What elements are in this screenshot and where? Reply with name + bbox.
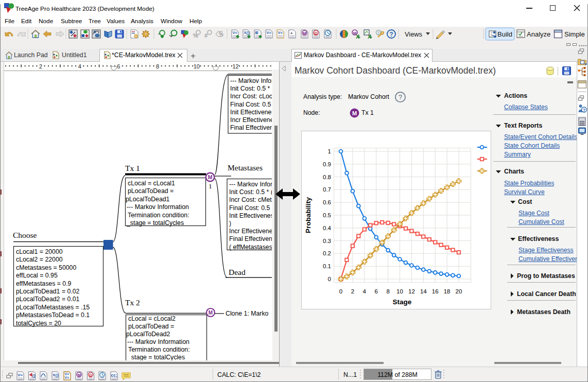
svg-text:0.5: 0.5: [323, 212, 331, 218]
svg-text:Final Effectiven: Final Effectiven: [230, 124, 272, 131]
svg-text:Views: Views: [405, 30, 422, 38]
svg-text:--- Markov Information: --- Markov Information: [127, 338, 189, 345]
svg-text:12: 12: [408, 288, 415, 294]
svg-text:0.2: 0.2: [323, 250, 331, 256]
svg-text:2: 2: [39, 63, 42, 70]
svg-text:M: M: [303, 31, 306, 36]
svg-text:?: ?: [583, 108, 586, 113]
svg-text:V=: V=: [267, 30, 272, 35]
svg-text:V=: V=: [278, 30, 283, 35]
svg-text:D: D: [89, 373, 92, 377]
svg-text:18: 18: [444, 288, 451, 294]
svg-text:Stage: Stage: [393, 298, 412, 306]
svg-text:Clone 1: Marko: Clone 1: Marko: [226, 310, 269, 317]
svg-text:V=: V=: [233, 30, 238, 35]
svg-text:pLocalToDead2: pLocalToDead2: [126, 331, 170, 338]
svg-text:%: %: [193, 32, 198, 39]
svg-text:?: ?: [377, 30, 380, 35]
svg-text:0.1: 0.1: [323, 263, 331, 269]
svg-text:pLocalToMetastases = .15: pLocalToMetastases = .15: [16, 304, 90, 311]
svg-text:--- Markov Information: --- Markov Information: [127, 203, 189, 211]
svg-text:Incr Cost: cMeta: Incr Cost: cMeta: [229, 196, 272, 203]
svg-text:?: ?: [389, 31, 393, 38]
svg-text:Final Cost: 0.5: Final Cost: 0.5: [229, 204, 270, 212]
svg-text:D: D: [315, 31, 318, 36]
svg-text:pLocalToDead1: pLocalToDead1: [126, 196, 170, 203]
svg-text:Init Cost: 0.5 * (: Init Cost: 0.5 * (: [229, 188, 272, 196]
svg-text:Final Cost: 0.5: Final Cost: 0.5: [230, 101, 271, 108]
svg-text:0.3: 0.3: [323, 238, 331, 244]
svg-text:Probability: Probability: [304, 197, 312, 233]
svg-text:X{}: X{}: [53, 373, 59, 377]
svg-text:4: 4: [78, 63, 81, 70]
svg-text:M: M: [352, 110, 357, 116]
svg-text:14: 14: [420, 288, 427, 294]
svg-text:cMetastases = 50000: cMetastases = 50000: [16, 264, 76, 271]
svg-text:--- Markov Inform: --- Markov Inform: [230, 77, 272, 84]
svg-text:( effMetastases: ( effMetastases: [229, 244, 272, 251]
svg-text:20: 20: [456, 288, 462, 294]
svg-text:M: M: [77, 373, 80, 377]
svg-text:_stage = totalCycles: _stage = totalCycles: [127, 354, 185, 360]
svg-text:cLocal = cLocal2: cLocal = cLocal2: [128, 315, 176, 322]
svg-text:⊞: ⊞: [255, 30, 258, 35]
svg-text:Incr Cost: cLoca: Incr Cost: cLoca: [230, 93, 272, 100]
svg-text:V=: V=: [18, 373, 23, 377]
svg-text:6: 6: [117, 63, 120, 70]
svg-text:pMetastasesToDead = 0.1: pMetastasesToDead = 0.1: [16, 311, 90, 319]
svg-text:0: 0: [339, 288, 342, 294]
svg-text:V=: V=: [65, 376, 70, 379]
svg-text:cLocal1 = 20000: cLocal1 = 20000: [16, 248, 63, 255]
svg-text:%: %: [219, 31, 223, 37]
svg-text:_stage = totalCycles: _stage = totalCycles: [126, 219, 184, 227]
svg-text:Termination condition:: Termination condition:: [128, 212, 189, 219]
svg-text:0.6: 0.6: [323, 199, 331, 205]
svg-text:1: 1: [209, 182, 212, 190]
svg-text:Dead: Dead: [229, 268, 246, 276]
svg-text:cc;: cc;: [111, 373, 117, 378]
svg-text:Simple: Simple: [564, 30, 585, 38]
svg-text:Init Effectivenes: Init Effectivenes: [230, 109, 272, 116]
svg-text:?: ?: [399, 93, 402, 101]
svg-text:14: 14: [271, 63, 272, 70]
svg-text:cLocal = cLocal1: cLocal = cLocal1: [128, 180, 175, 187]
svg-text:pLocalToDead =: pLocalToDead =: [128, 187, 174, 195]
svg-text:10: 10: [194, 63, 200, 70]
svg-text:Init Cost: 0.5 * (: Init Cost: 0.5 * (: [230, 85, 272, 92]
svg-text:--- Markov Inform: --- Markov Inform: [229, 181, 272, 188]
svg-text:effMetastases = 0.9: effMetastases = 0.9: [16, 280, 72, 287]
svg-text:Termination condition:: Termination condition:: [128, 346, 190, 353]
svg-text:effLocal = 0.95: effLocal = 0.95: [16, 272, 58, 279]
svg-text:Incr Effectivene: Incr Effectivene: [230, 116, 272, 124]
svg-text:M: M: [208, 174, 213, 180]
svg-text:0.9: 0.9: [323, 161, 331, 167]
svg-text:Incr Effectivene: Incr Effectivene: [229, 228, 272, 235]
svg-text:#: #: [204, 32, 207, 39]
svg-text:12: 12: [232, 63, 238, 70]
svg-text:Init Effectivenes: Init Effectivenes: [229, 212, 272, 219]
svg-text:cLocal2 = 22000: cLocal2 = 22000: [16, 256, 63, 263]
svg-text:pLocalToDead2 = 0.01: pLocalToDead2 = 0.01: [16, 296, 80, 303]
svg-text:Analyze: Analyze: [527, 30, 550, 38]
svg-text:): ): [229, 220, 231, 227]
svg-text:0.7: 0.7: [323, 186, 331, 193]
svg-text:Tx 2: Tx 2: [125, 298, 140, 307]
svg-text:pLocalToDead =: pLocalToDead =: [128, 323, 174, 330]
svg-text:Tx 1: Tx 1: [125, 164, 140, 172]
svg-text:totalCycles = 20: totalCycles = 20: [16, 320, 61, 327]
svg-text:16: 16: [432, 288, 439, 294]
svg-text:▲: ▲: [290, 30, 293, 35]
svg-text:4: 4: [363, 288, 367, 294]
svg-text:8: 8: [386, 288, 389, 294]
svg-text:M: M: [209, 310, 213, 316]
svg-text:0: 0: [328, 276, 331, 282]
svg-text:0.4: 0.4: [323, 225, 332, 231]
svg-text:8: 8: [156, 63, 159, 70]
svg-text:10: 10: [396, 288, 403, 294]
svg-text:2: 2: [351, 288, 354, 294]
svg-text:Metastases: Metastases: [228, 163, 263, 172]
svg-text:pLocalToDead1 = 0.02: pLocalToDead1 = 0.02: [16, 288, 80, 295]
svg-text:X{}: X{}: [244, 30, 250, 35]
svg-text:1: 1: [328, 148, 331, 154]
svg-text:{}: {}: [32, 373, 36, 378]
